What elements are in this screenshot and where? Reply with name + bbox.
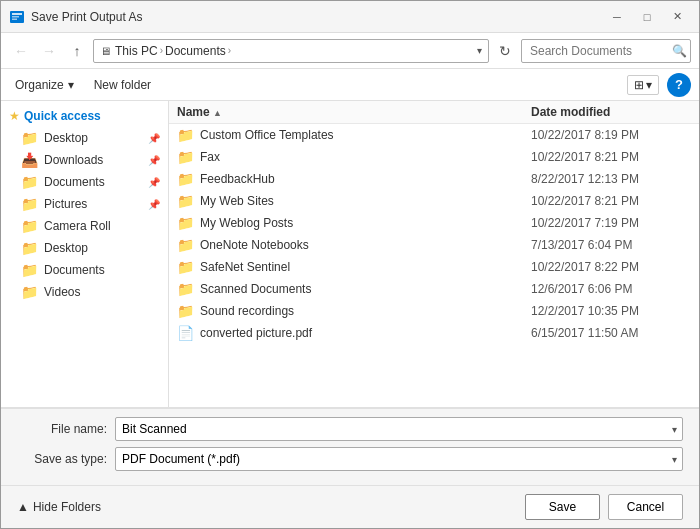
file-list[interactable]: Name ▲ Date modified 📁 Custom Office Tem…: [169, 101, 699, 407]
file-folder-icon: 📁: [177, 215, 194, 231]
file-folder-icon: 📁: [177, 259, 194, 275]
title-bar: Save Print Output As ─ □ ✕: [1, 1, 699, 33]
filename-input[interactable]: [115, 417, 683, 441]
file-name: converted picture.pdf: [200, 326, 312, 340]
address-bar[interactable]: 🖥 This PC › Documents › ▾: [93, 39, 489, 63]
pin-icon-pictures: 📌: [148, 199, 160, 210]
file-name: Custom Office Templates: [200, 128, 334, 142]
file-list-header: Name ▲ Date modified: [169, 101, 699, 124]
up-button[interactable]: ↑: [65, 39, 89, 63]
sidebar-label-desktop-1: Desktop: [44, 131, 88, 145]
file-cell-date: 6/15/2017 11:50 AM: [531, 326, 691, 340]
sidebar-label-pictures: Pictures: [44, 197, 87, 211]
file-name: My Web Sites: [200, 194, 274, 208]
breadcrumb-dropdown[interactable]: ▾: [477, 45, 482, 56]
quick-access-icon: ★: [9, 109, 20, 123]
folder-icon-pictures: 📁: [21, 196, 38, 212]
sidebar-item-videos[interactable]: 📁 Videos: [1, 281, 168, 303]
col-name-header[interactable]: Name ▲: [177, 105, 531, 119]
file-folder-icon: 📁: [177, 149, 194, 165]
file-row[interactable]: 📄 converted picture.pdf 6/15/2017 11:50 …: [169, 322, 699, 344]
pin-icon-downloads: 📌: [148, 155, 160, 166]
file-row[interactable]: 📁 Custom Office Templates 10/22/2017 8:1…: [169, 124, 699, 146]
window-controls: ─ □ ✕: [603, 7, 691, 27]
breadcrumb-sep-2: ›: [228, 45, 231, 56]
savetype-wrapper: PDF Document (*.pdf) ▾: [115, 447, 683, 471]
dialog-icon: [9, 9, 25, 25]
file-row[interactable]: 📁 Sound recordings 12/2/2017 10:35 PM: [169, 300, 699, 322]
sidebar-item-desktop-2[interactable]: 📁 Desktop: [1, 237, 168, 259]
file-row[interactable]: 📁 OneNote Notebooks 7/13/2017 6:04 PM: [169, 234, 699, 256]
savetype-label: Save as type:: [17, 452, 107, 466]
breadcrumb-thispc[interactable]: This PC: [115, 44, 158, 58]
sidebar: ★ Quick access 📁 Desktop 📌 📥 Downloads 📌…: [1, 101, 169, 407]
sidebar-label-desktop-2: Desktop: [44, 241, 88, 255]
save-dialog: Save Print Output As ─ □ ✕ ← → ↑ 🖥 This …: [0, 0, 700, 529]
address-folder-icon: 🖥: [100, 45, 111, 57]
refresh-button[interactable]: ↻: [493, 39, 517, 63]
file-name: Fax: [200, 150, 220, 164]
svg-rect-2: [12, 16, 19, 18]
search-input[interactable]: [521, 39, 691, 63]
savetype-row: Save as type: PDF Document (*.pdf) ▾: [17, 447, 683, 471]
new-folder-label: New folder: [94, 78, 151, 92]
file-row[interactable]: 📁 FeedbackHub 8/22/2017 12:13 PM: [169, 168, 699, 190]
file-row[interactable]: 📁 Scanned Documents 12/6/2017 6:06 PM: [169, 278, 699, 300]
file-cell-date: 10/22/2017 7:19 PM: [531, 216, 691, 230]
sidebar-item-desktop-1[interactable]: 📁 Desktop 📌: [1, 127, 168, 149]
search-button[interactable]: 🔍: [672, 44, 687, 58]
hide-folders-button[interactable]: ▲ Hide Folders: [17, 500, 101, 514]
sidebar-item-downloads[interactable]: 📥 Downloads 📌: [1, 149, 168, 171]
file-cell-name: 📄 converted picture.pdf: [177, 325, 531, 341]
folder-icon-downloads: 📥: [21, 152, 38, 168]
sidebar-item-documents-2[interactable]: 📁 Documents: [1, 259, 168, 281]
search-container: 🔍: [521, 39, 691, 63]
sidebar-label-documents-2: Documents: [44, 263, 105, 277]
file-name: SafeNet Sentinel: [200, 260, 290, 274]
col-date-header[interactable]: Date modified: [531, 105, 691, 119]
sidebar-item-pictures[interactable]: 📁 Pictures 📌: [1, 193, 168, 215]
quick-access-header[interactable]: ★ Quick access: [1, 105, 168, 127]
file-cell-date: 7/13/2017 6:04 PM: [531, 238, 691, 252]
filename-wrapper: ▾: [115, 417, 683, 441]
file-row[interactable]: 📁 SafeNet Sentinel 10/22/2017 8:22 PM: [169, 256, 699, 278]
dialog-title: Save Print Output As: [31, 10, 597, 24]
file-cell-name: 📁 Fax: [177, 149, 531, 165]
bottom-form: File name: ▾ Save as type: PDF Document …: [1, 408, 699, 485]
sidebar-item-camera-roll[interactable]: 📁 Camera Roll: [1, 215, 168, 237]
file-row[interactable]: 📁 My Web Sites 10/22/2017 8:21 PM: [169, 190, 699, 212]
pin-icon-documents-1: 📌: [148, 177, 160, 188]
quick-access-label: Quick access: [24, 109, 101, 123]
file-row[interactable]: 📁 My Weblog Posts 10/22/2017 7:19 PM: [169, 212, 699, 234]
back-button[interactable]: ←: [9, 39, 33, 63]
view-button[interactable]: ⊞ ▾: [627, 75, 659, 95]
file-cell-date: 10/22/2017 8:22 PM: [531, 260, 691, 274]
file-cell-name: 📁 Scanned Documents: [177, 281, 531, 297]
close-button[interactable]: ✕: [663, 7, 691, 27]
sidebar-item-documents-1[interactable]: 📁 Documents 📌: [1, 171, 168, 193]
new-folder-button[interactable]: New folder: [88, 76, 157, 94]
file-folder-icon: 📁: [177, 193, 194, 209]
breadcrumb: This PC › Documents ›: [115, 44, 473, 58]
breadcrumb-sep-1: ›: [160, 45, 163, 56]
cancel-button[interactable]: Cancel: [608, 494, 683, 520]
hide-folders-label: Hide Folders: [33, 500, 101, 514]
organize-label: Organize: [15, 78, 64, 92]
breadcrumb-documents[interactable]: Documents: [165, 44, 226, 58]
minimize-button[interactable]: ─: [603, 7, 631, 27]
savetype-select[interactable]: PDF Document (*.pdf): [115, 447, 683, 471]
content-area: ★ Quick access 📁 Desktop 📌 📥 Downloads 📌…: [1, 101, 699, 408]
file-folder-icon: 📁: [177, 281, 194, 297]
file-row[interactable]: 📁 Fax 10/22/2017 8:21 PM: [169, 146, 699, 168]
save-button[interactable]: Save: [525, 494, 600, 520]
file-folder-icon: 📁: [177, 127, 194, 143]
command-bar: Organize ▾ New folder ⊞ ▾ ?: [1, 69, 699, 101]
maximize-button[interactable]: □: [633, 7, 661, 27]
file-cell-date: 10/22/2017 8:21 PM: [531, 194, 691, 208]
file-name: Scanned Documents: [200, 282, 311, 296]
help-button[interactable]: ?: [667, 73, 691, 97]
organize-button[interactable]: Organize ▾: [9, 76, 80, 94]
forward-button[interactable]: →: [37, 39, 61, 63]
file-name: OneNote Notebooks: [200, 238, 309, 252]
file-name: My Weblog Posts: [200, 216, 293, 230]
